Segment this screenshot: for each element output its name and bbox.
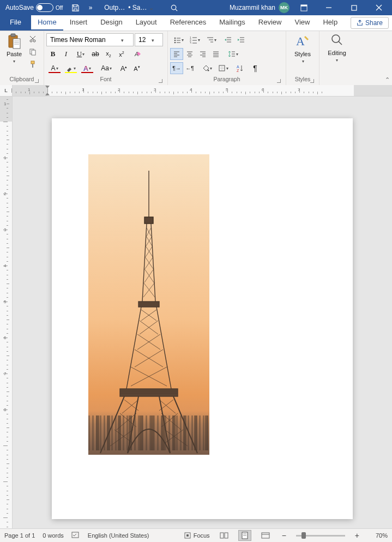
svg-line-1 [176,9,177,10]
clear-formatting-button[interactable]: A [131,48,144,60]
tab-review[interactable]: Review [252,15,288,31]
brush-icon [29,61,37,68]
chevron-down-icon: ▾ [336,58,338,63]
user-name: Muzammil khan [230,4,275,11]
styles-icon: A [295,33,310,50]
tab-design[interactable]: Design [94,15,129,31]
tab-help[interactable]: Help [316,15,344,31]
document-title[interactable]: Outp… • Sa… ⌄ [104,4,154,11]
tab-layout[interactable]: Layout [129,15,164,31]
increase-indent-button[interactable] [234,34,248,46]
avatar: MK [279,2,290,13]
svg-line-69 [339,41,342,45]
paint-bucket-icon [202,64,209,72]
align-right-button[interactable] [196,48,209,60]
maximize-button[interactable] [343,0,365,15]
line-spacing-button[interactable]: ▾ [225,48,241,60]
chevron-down-icon[interactable] [152,36,154,44]
dialog-launcher-icon[interactable] [35,79,40,85]
strikethrough-button[interactable]: ab [89,48,102,60]
grow-font-button[interactable]: A▴ [117,62,130,74]
ribbon: Paste▾ Clipboard B [0,31,392,86]
numbering-button[interactable]: 123▾ [186,34,203,46]
horizontal-ruler[interactable]: 11234567 [13,85,392,86]
italic-button[interactable]: I [59,48,73,60]
tab-file[interactable]: File [0,15,31,31]
align-left-button[interactable] [170,48,183,60]
borders-icon [218,64,226,72]
svg-point-23 [174,42,176,44]
paste-button[interactable]: Paste▾ [2,32,26,65]
save-icon[interactable] [69,2,81,14]
svg-point-21 [174,38,176,39]
font-name-input[interactable] [50,36,119,44]
font-name-combo[interactable] [46,33,134,46]
editing-button[interactable]: Editing▾ [325,32,348,64]
svg-text:3: 3 [190,41,191,44]
indent-icon [237,36,245,44]
underline-button[interactable]: U▾ [73,48,89,60]
highlight-button[interactable]: ▾ [63,62,79,74]
tab-insert[interactable]: Insert [63,15,94,31]
multilevel-icon [206,36,214,44]
tab-home[interactable]: Home [31,15,63,31]
svg-point-68 [332,35,340,43]
format-painter-button[interactable] [26,58,39,70]
ribbon-tabs: File Home Insert Design Layout Reference… [0,15,392,31]
styles-button[interactable]: A Styles▾ [292,32,313,65]
justify-button[interactable] [209,48,222,60]
rtl-direction-button[interactable]: ←¶ [183,62,196,74]
sort-button[interactable]: AZ [233,62,246,74]
chevron-down-icon: ▾ [302,59,304,64]
ltr-direction-button[interactable]: ¶→ [170,62,183,74]
shading-button[interactable]: ▾ [198,62,215,74]
tab-references[interactable]: References [164,15,213,31]
shrink-font-button[interactable]: A▾ [130,62,143,74]
group-label-paragraph: Paragraph [170,75,284,86]
cut-button[interactable] [26,33,39,45]
bullets-button[interactable]: ▾ [170,34,186,46]
number-list-icon: 123 [190,36,197,44]
change-case-button[interactable]: Aa▾ [98,62,115,74]
bold-button[interactable]: B [46,48,59,60]
autosave-toggle[interactable]: AutoSave Off [2,3,66,12]
search-icon[interactable] [168,2,180,14]
svg-rect-10 [13,39,20,49]
share-button[interactable]: Share [351,17,389,29]
minimize-button[interactable] [318,0,340,15]
align-center-button[interactable] [183,48,196,60]
ribbon-display-options-icon[interactable] [293,0,315,15]
multilevel-list-button[interactable]: ▾ [203,34,219,46]
chevron-down-icon: ▾ [13,59,15,64]
bullet-list-icon [173,36,181,44]
tab-view[interactable]: View [288,15,316,31]
justify-icon [212,50,220,58]
copy-button[interactable] [26,46,39,58]
scissors-icon [29,35,37,43]
superscript-button[interactable]: x2 [115,48,128,60]
more-quick-access-icon[interactable]: » [85,2,97,14]
tab-mailings[interactable]: Mailings [213,15,252,31]
borders-button[interactable]: ▾ [215,62,231,74]
collapse-ribbon-icon[interactable]: ⌃ [385,76,390,83]
text-effects-button[interactable]: A▾ [79,62,95,74]
chevron-down-icon[interactable] [121,36,124,44]
dialog-launcher-icon[interactable] [277,79,282,85]
group-label-clipboard: Clipboard [2,75,41,86]
autosave-switch[interactable] [36,3,53,12]
dialog-launcher-icon[interactable] [310,79,316,85]
font-size-combo[interactable] [135,33,163,46]
show-marks-button[interactable]: ¶ [249,62,262,74]
svg-text:A: A [296,34,305,48]
sort-icon: AZ [236,64,244,72]
group-styles: A Styles▾ Styles [286,31,319,86]
font-color-button[interactable]: A▾ [46,62,63,74]
user-account[interactable]: Muzammil khan MK [230,2,290,13]
dialog-launcher-icon[interactable] [159,79,164,85]
decrease-indent-button[interactable] [221,34,234,46]
close-button[interactable] [368,0,390,15]
subscript-button[interactable]: x2 [102,48,115,60]
paste-icon [7,33,21,50]
tab-selector[interactable]: L [0,85,13,86]
font-size-input[interactable] [138,36,149,44]
